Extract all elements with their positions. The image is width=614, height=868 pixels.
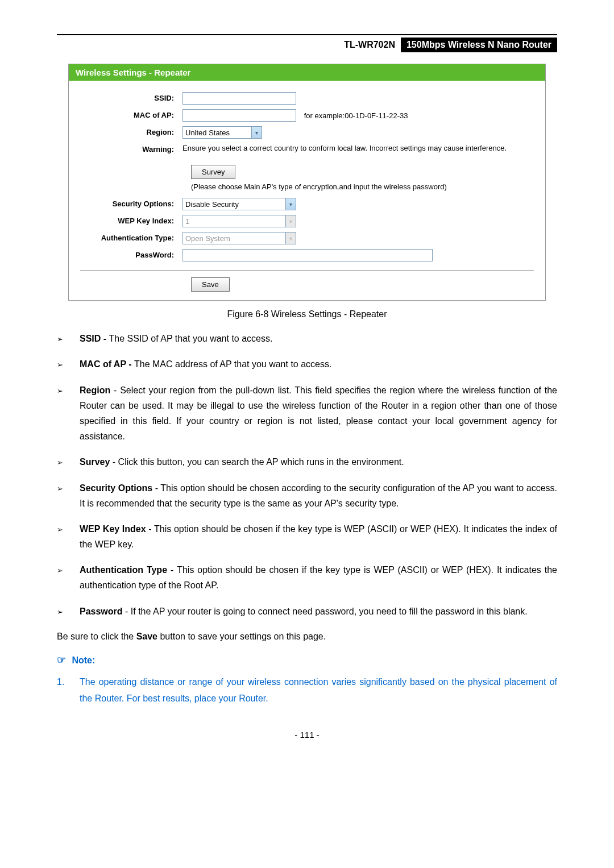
note-item: 1. The operating distance or range of yo…: [57, 674, 557, 707]
product-name: 150Mbps Wireless N Nano Router: [401, 38, 557, 52]
bullet-icon: ➢: [57, 604, 80, 619]
bullet-icon: ➢: [57, 562, 80, 593]
bullet-icon: ➢: [57, 521, 80, 552]
mac-label: MAC of AP:: [80, 109, 182, 119]
bullet-icon: ➢: [57, 383, 80, 445]
note-label: Note:: [72, 655, 95, 665]
header-divider: [57, 34, 557, 35]
password-input[interactable]: [182, 249, 433, 261]
list-item: ➢ Authentication Type - This option shou…: [57, 562, 557, 593]
warning-label: Warning:: [80, 143, 182, 153]
auth-value: Open System: [183, 234, 285, 243]
list-item: ➢ MAC of AP - The MAC address of AP that…: [57, 356, 557, 372]
panel-title: Wireless Settings - Repeater: [69, 64, 545, 81]
security-select[interactable]: Disable Security ▾: [182, 198, 296, 210]
password-label: PassWord:: [80, 249, 182, 259]
wep-select: 1 ▾: [182, 215, 296, 227]
panel-body: SSID: MAC of AP: for example:00-1D-0F-11…: [69, 81, 545, 300]
security-row: Security Options: Disable Security ▾: [80, 198, 534, 210]
list-item: ➢ Survey - Click this button, you can se…: [57, 454, 557, 470]
description-list: ➢ SSID - The SSID of AP that you want to…: [57, 331, 557, 619]
note-header: ☞ Note:: [57, 654, 557, 666]
pointing-hand-icon: ☞: [57, 654, 66, 666]
survey-note: (Please choose Main AP's type of encrypt…: [191, 182, 534, 191]
region-label: Region:: [80, 126, 182, 136]
survey-row: Survey: [191, 165, 534, 179]
figure-caption: Figure 6-8 Wireless Settings - Repeater: [57, 309, 557, 319]
chevron-down-icon: ▾: [285, 232, 296, 244]
ssid-input[interactable]: [182, 92, 296, 105]
survey-button[interactable]: Survey: [191, 165, 235, 179]
warning-text: Ensure you select a correct country to c…: [182, 143, 534, 153]
auth-label: Authentication Type:: [80, 232, 182, 242]
bullet-icon: ➢: [57, 454, 80, 470]
note-list: 1. The operating distance or range of yo…: [57, 674, 557, 707]
page-number: - 111 -: [57, 730, 557, 740]
settings-panel: Wireless Settings - Repeater SSID: MAC o…: [68, 64, 546, 301]
note-number: 1.: [57, 674, 80, 707]
password-row: PassWord:: [80, 249, 534, 261]
auth-select: Open System ▾: [182, 232, 296, 244]
ssid-row: SSID:: [80, 92, 534, 105]
list-item: ➢ WEP Key Index - This option should be …: [57, 521, 557, 552]
chevron-down-icon: ▾: [251, 127, 262, 138]
security-value: Disable Security: [183, 200, 285, 209]
wep-row: WEP Key Index: 1 ▾: [80, 215, 534, 227]
chevron-down-icon: ▾: [285, 215, 296, 227]
mac-example: for example:00-1D-0F-11-22-33: [304, 111, 408, 120]
region-row: Region: United States ▾: [80, 126, 534, 139]
bullet-icon: ➢: [57, 331, 80, 346]
note-text: The operating distance or range of your …: [80, 674, 557, 707]
auth-row: Authentication Type: Open System ▾: [80, 232, 534, 244]
list-item: ➢ Region - Select your region from the p…: [57, 383, 557, 445]
mac-input[interactable]: [182, 109, 296, 122]
warning-row: Warning: Ensure you select a correct cou…: [80, 143, 534, 153]
wep-value: 1: [183, 217, 285, 226]
list-item: ➢ SSID - The SSID of AP that you want to…: [57, 331, 557, 346]
mac-row: MAC of AP: for example:00-1D-0F-11-22-33: [80, 109, 534, 122]
bullet-icon: ➢: [57, 356, 80, 372]
header-bar: TL-WR702N 150Mbps Wireless N Nano Router: [57, 38, 557, 52]
region-value: United States: [183, 128, 251, 137]
region-select[interactable]: United States ▾: [182, 126, 262, 139]
ssid-label: SSID:: [80, 92, 182, 102]
save-row: Save: [80, 270, 534, 292]
chevron-down-icon: ▾: [285, 198, 296, 210]
model-label: TL-WR702N: [338, 38, 401, 52]
save-note: Be sure to click the Save button to save…: [57, 629, 557, 644]
security-label: Security Options:: [80, 198, 182, 208]
list-item: ➢ Password - If the AP your router is go…: [57, 604, 557, 619]
save-button[interactable]: Save: [191, 277, 230, 292]
wep-label: WEP Key Index:: [80, 215, 182, 225]
bullet-icon: ➢: [57, 480, 80, 511]
list-item: ➢ Security Options - This option should …: [57, 480, 557, 511]
